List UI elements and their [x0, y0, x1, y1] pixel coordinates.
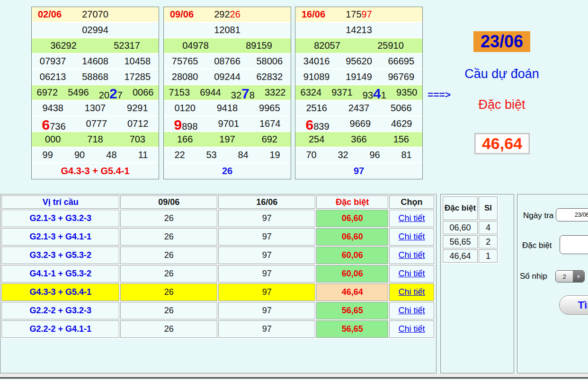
marked-number: 6736: [42, 118, 65, 132]
result-table-header: 16/0617597: [295, 7, 422, 23]
draw-date: 16/06: [302, 9, 325, 20]
result-row: 062135886817285: [32, 70, 159, 85]
prediction-title: Cầu dự đoán: [450, 67, 554, 81]
value-cell-2: 97: [218, 210, 316, 227]
highlight-digit: 9: [174, 118, 182, 132]
chi-tiet-link[interactable]: Chi tiết: [399, 213, 425, 223]
beat-label: Số nhịp: [520, 272, 547, 281]
date-input[interactable]: [556, 208, 588, 221]
special-label: Đặc biệt: [522, 241, 552, 250]
result-row: 6972549620270066: [32, 85, 159, 101]
result-table: 09/0629226120810497889159757650876658006…: [163, 7, 291, 179]
highlight-digit: 7: [241, 87, 249, 101]
result-number: 08766: [214, 56, 241, 67]
result-number: 11: [138, 150, 148, 160]
digit-part: 736: [50, 121, 65, 132]
special-prize-number: 27070: [82, 9, 108, 20]
digit-part: 8: [249, 90, 255, 101]
value-cell-1: 26: [120, 320, 217, 338]
value-cell-2: 97: [218, 320, 316, 338]
prize-digits: 292: [214, 9, 230, 19]
result-number: 34016: [303, 56, 330, 67]
result-row: 8205725910: [295, 38, 422, 54]
special-input[interactable]: [560, 235, 588, 254]
prize-digits: 27070: [82, 9, 108, 19]
digit-part: 20: [99, 90, 109, 101]
dac-biet-cell: 60,06: [316, 265, 388, 283]
result-row: 673607770712: [32, 116, 159, 132]
result-number: 14608: [82, 56, 108, 67]
choose-cell: Chi tiết: [389, 247, 434, 264]
position-cell: G4.3-3 + G5.4-1: [1, 283, 119, 301]
highlight-digit: 4: [373, 87, 381, 101]
result-number: 703: [130, 134, 145, 145]
highlight-digit: 6: [42, 118, 50, 132]
table-footer-label: 97: [295, 163, 422, 179]
draw-date: 09/06: [170, 9, 194, 20]
result-number: 96769: [388, 71, 415, 82]
value-cell-1: 26: [120, 302, 217, 319]
result-number: 6944: [200, 87, 221, 98]
result-number: 14213: [346, 25, 372, 35]
chi-tiet-link[interactable]: Chi tiết: [399, 250, 425, 260]
digit-part: 7: [117, 90, 123, 101]
result-number: 0712: [127, 118, 149, 129]
result-row: 166197692: [164, 132, 291, 148]
date-label: Ngày tra: [523, 211, 553, 221]
result-number: 07937: [40, 56, 66, 67]
result-number: 81: [401, 150, 411, 160]
table-row: G4.3-3 + G5.4-1269746,64Chi tiết: [1, 283, 434, 301]
result-number: 000: [45, 134, 61, 145]
marked-number: 9341: [363, 87, 386, 101]
digit-part: 32: [231, 90, 241, 101]
dac-biet-cell: 56,65: [316, 320, 388, 338]
result-number: 3322: [265, 87, 286, 98]
result-row: 910891914996769: [295, 70, 422, 85]
result-row: 02994: [32, 23, 159, 38]
result-number: 95620: [346, 56, 372, 67]
column-header-09-06: 09/06: [120, 195, 217, 209]
so-nhip-select[interactable]: 2 ▼: [555, 270, 585, 283]
stats-value: 06,60: [443, 221, 478, 234]
result-row: 7153694432783322: [164, 85, 291, 101]
stats-count: 4: [479, 221, 498, 234]
result-row: 280800924462832: [164, 70, 291, 85]
column-header-dac-biet: Đặc biệt: [316, 195, 388, 209]
result-number: 6972: [37, 87, 58, 98]
prediction-date-badge: 23/06: [473, 31, 530, 52]
position-cell: G4.1-1 + G5.3-2: [1, 265, 119, 283]
result-table-header: 02/0627070: [32, 7, 159, 23]
result-number: 366: [351, 134, 366, 145]
result-number: 6324: [301, 87, 322, 98]
result-number: 36292: [50, 40, 77, 51]
value-cell-1: 26: [120, 265, 217, 283]
search-button[interactable]: Tìm: [559, 295, 588, 315]
highlight-digit: 6: [305, 118, 313, 132]
digit-part: 93: [363, 90, 373, 101]
result-number: 9438: [42, 103, 63, 114]
result-number: 52317: [114, 40, 140, 51]
chi-tiet-link[interactable]: Chi tiết: [399, 269, 425, 278]
value-cell-2: 97: [218, 228, 316, 246]
value-cell-2: 97: [218, 302, 316, 319]
lottery-prediction-page: 02/0627070029943629252317079371460810458…: [0, 0, 588, 380]
table-row: G4.1-1 + G5.3-2269760,06Chi tiết: [1, 265, 434, 283]
chi-tiet-link[interactable]: Chi tiết: [399, 287, 425, 297]
value-cell-1: 26: [120, 283, 217, 301]
result-number: 17285: [125, 71, 151, 82]
digit-part: 898: [182, 121, 197, 132]
value-cell-2: 97: [218, 247, 316, 264]
chi-tiet-link[interactable]: Chi tiết: [399, 306, 425, 315]
dac-biet-cell: 06,60: [316, 228, 388, 246]
value-cell-2: 97: [218, 283, 316, 301]
result-number: 9418: [217, 103, 238, 114]
chi-tiet-link[interactable]: Chi tiết: [399, 232, 425, 241]
result-number: 9701: [218, 118, 240, 129]
position-cell: G2.2-2 + G3.2-3: [1, 302, 119, 319]
stats-value: 46,64: [443, 249, 478, 263]
chi-tiet-link[interactable]: Chi tiết: [399, 324, 425, 334]
result-number: 9350: [396, 87, 418, 98]
footer-divider: [0, 377, 588, 379]
table-footer-label: 26: [164, 163, 291, 179]
result-number: 718: [87, 134, 103, 145]
